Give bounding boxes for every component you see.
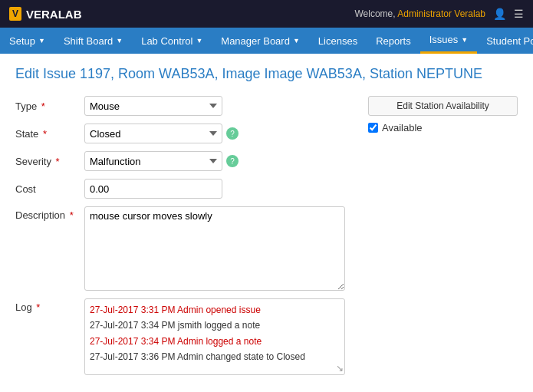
log-row: Log * 27-Jul-2017 3:31 PM Admin opened i… (15, 298, 345, 375)
log-content: 27-Jul-2017 3:31 PM Admin opened issue 2… (90, 302, 340, 365)
nav-student-portal[interactable]: Student Portal ▼ (477, 28, 533, 54)
chevron-down-icon: ▼ (293, 37, 300, 44)
log-line-4: 27-Jul-2017 3:36 PM Admin changed state … (90, 349, 340, 364)
required-star: * (41, 100, 45, 112)
log-line-3: 27-Jul-2017 3:34 PM Admin logged a note (90, 334, 340, 349)
state-label: State * (15, 128, 84, 140)
state-row: State * Open Closed Pending ? (15, 124, 345, 143)
cost-row: Cost (15, 179, 345, 199)
form-left: Type * Mouse Keyboard Monitor Computer O… (15, 96, 345, 383)
required-star: * (43, 128, 47, 140)
user-icon[interactable]: 👤 (493, 8, 506, 20)
nav-bar: Setup ▼ Shift Board ▼ Lab Control ▼ Mana… (0, 28, 533, 54)
type-row: Type * Mouse Keyboard Monitor Computer O… (15, 96, 345, 116)
type-select[interactable]: Mouse Keyboard Monitor Computer Other (84, 96, 222, 116)
nav-shift-board[interactable]: Shift Board ▼ (54, 28, 132, 54)
nav-manager-board[interactable]: Manager Board ▼ (212, 28, 309, 54)
required-star: * (36, 301, 40, 313)
logo: V VERALAB (9, 7, 82, 21)
nav-manager-board-label: Manager Board (221, 35, 290, 47)
required-star: * (70, 209, 74, 221)
severity-row: Severity * Malfunction Minor Major Criti… (15, 151, 345, 171)
state-select[interactable]: Open Closed Pending (84, 124, 222, 143)
chevron-down-icon: ▼ (196, 37, 202, 44)
chevron-down-icon: ▼ (38, 37, 45, 44)
welcome-name: Administrator Veralab (397, 8, 485, 19)
log-line-2: 27-Jul-2017 3:34 PM jsmith logged a note (90, 318, 340, 333)
nav-shift-board-label: Shift Board (64, 35, 113, 47)
chevron-down-icon: ▼ (116, 37, 123, 44)
chevron-down-icon: ▼ (461, 36, 468, 44)
state-help-icon[interactable]: ? (226, 127, 239, 140)
log-display: 27-Jul-2017 3:31 PM Admin opened issue 2… (84, 298, 345, 375)
top-bar: V VERALAB Welcome, Administrator Veralab… (0, 0, 533, 28)
logo-text: VERALAB (26, 8, 82, 21)
log-line-1: 27-Jul-2017 3:31 PM Admin opened issue (90, 302, 340, 318)
nav-licenses-label: Licenses (318, 35, 357, 47)
logo-icon: V (9, 7, 21, 21)
form-right: Edit Station Availability Available (368, 96, 518, 383)
nav-issues-label: Issues (429, 34, 459, 45)
edit-station-availability-button[interactable]: Edit Station Availability (368, 96, 518, 116)
log-label: Log * (15, 298, 84, 313)
form-area: Type * Mouse Keyboard Monitor Computer O… (15, 96, 518, 383)
cost-label: Cost (15, 183, 84, 195)
nav-student-portal-label: Student Portal (486, 35, 533, 47)
welcome-text: Welcome, Administrator Veralab (354, 8, 485, 19)
severity-select[interactable]: Malfunction Minor Major Critical (84, 151, 222, 171)
description-row: Description * mouse cursor moves slowly (15, 206, 345, 291)
nav-setup[interactable]: Setup ▼ (0, 28, 54, 54)
description-textarea[interactable]: mouse cursor moves slowly (84, 206, 345, 291)
page-title: Edit Issue 1197, Room WAB53A, Image Imag… (15, 66, 518, 82)
cost-input[interactable] (84, 179, 222, 199)
type-label: Type * (15, 100, 84, 112)
top-right-bar: Welcome, Administrator Veralab 👤 ☰ (354, 8, 524, 20)
nav-setup-label: Setup (9, 35, 35, 47)
severity-label: Severity * (15, 156, 84, 167)
nav-lab-control-label: Lab Control (141, 35, 192, 47)
required-star: * (56, 156, 60, 167)
nav-lab-control[interactable]: Lab Control ▼ (132, 28, 212, 54)
menu-icon[interactable]: ☰ (514, 8, 524, 20)
content-area: Edit Issue 1197, Room WAB53A, Image Imag… (0, 54, 533, 392)
severity-help-icon[interactable]: ? (226, 155, 239, 167)
description-label: Description * (15, 206, 84, 221)
available-checkbox[interactable] (368, 123, 378, 133)
nav-issues[interactable]: Issues ▼ (420, 28, 478, 54)
nav-licenses[interactable]: Licenses (309, 28, 367, 54)
available-checkbox-row: Available (368, 122, 518, 133)
nav-reports[interactable]: Reports (367, 28, 420, 54)
available-label: Available (382, 122, 423, 133)
resize-handle-icon: ↘ (336, 363, 344, 374)
nav-reports-label: Reports (376, 35, 411, 47)
